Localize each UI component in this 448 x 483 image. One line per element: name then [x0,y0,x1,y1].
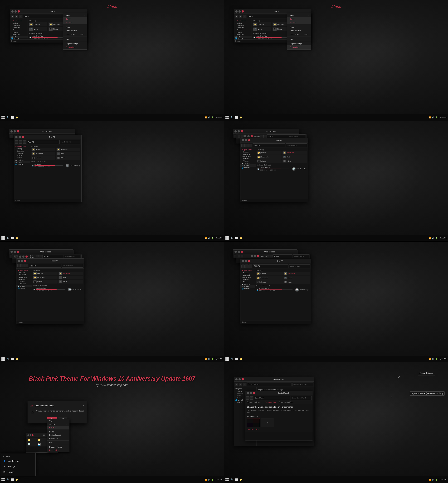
sidebar-themes-2[interactable]: └Themes [234,31,252,33]
sidebar-themes[interactable]: └Themes [10,31,28,33]
wc-qa-3[interactable]: ─ □ ✕ [10,130,19,132]
start-item-settings[interactable]: ⚙ Settings [0,464,35,469]
cm7-ps[interactable]: Paste shortcut [47,433,69,437]
menu-personalize-1[interactable]: Personalize [63,45,87,49]
ei-3[interactable]: 📁 [15,236,18,240]
cm7-disp[interactable]: Display settings [47,445,69,449]
sq3-net[interactable]: 🌐Network [14,164,30,166]
menu-sort-1[interactable]: Sort by› [63,17,87,21]
sidebar-network-2[interactable]: 🌐Network [234,38,252,39]
up-btn-2[interactable]: ↑ [243,15,246,18]
tab-search[interactable]: Search Control Panel [277,401,296,404]
menu-paste-1[interactable]: Paste [63,25,87,29]
menu-new-2[interactable]: New› [287,37,311,41]
tv-3[interactable]: ⬜ [11,236,14,240]
start-item-power[interactable]: ⏻ Power [0,469,35,475]
folder-music-2[interactable]: 🎵Music [253,27,271,31]
close-btn-2[interactable]: ✕ [242,10,244,13]
menu-view-2[interactable]: View› [287,14,311,17]
fi-desk-3[interactable]: 📁Desktop [31,148,56,151]
cm7-paste[interactable]: Paste [47,430,69,433]
sidebar-thispc[interactable]: 💻This PC [10,36,28,38]
sidebar-downloads-2[interactable]: └Downloads [234,24,252,27]
sidebar-quick-access[interactable]: ★ Quick access [10,20,28,22]
drive-c[interactable]: 💾 Local Disk (C:) 21.1 GB free of 29.5 G… [29,35,68,39]
wl-3[interactable] [1,236,5,240]
sidebar-thispc-2[interactable]: 💻This PC [234,36,252,38]
folder-desktop[interactable]: 📁 Desktop [29,22,47,26]
menu-sort-2[interactable]: Sort by› [287,17,311,21]
max-3[interactable]: □ [18,136,21,138]
fi-down-3[interactable]: 📁Downloads [56,148,80,151]
max-qa-3[interactable]: □ [14,130,16,132]
menu-paste-shortcut-2[interactable]: Paste shortcut [287,29,311,32]
cm7-undo[interactable]: Undo Move [47,437,69,440]
sq3-pc[interactable]: 💻This PC [14,161,30,164]
sq3-desk[interactable]: └Desktop [14,148,30,150]
theme-thumbnail[interactable] [247,418,260,427]
forward-btn-2[interactable]: › [239,15,242,18]
close-3[interactable]: ✕ [22,136,24,138]
up-3[interactable]: ↑ [23,140,26,144]
menu-paste-shortcut-1[interactable]: Paste shortcut [63,29,87,32]
cp-up[interactable]: ↑ [243,383,246,386]
cp-addr[interactable]: Control Panel [247,382,292,386]
cp-sidebar-system[interactable]: 🛡 System [234,388,256,390]
cm7-refresh[interactable]: Refresh [47,426,69,429]
sq3-them[interactable]: └Themes [14,157,30,159]
min-3[interactable]: ─ [15,136,17,138]
dialog-close-icon[interactable]: ✕ [82,405,84,407]
close-btn-1[interactable]: ✕ [18,10,20,13]
windows-logo-1[interactable] [1,116,5,119]
menu-refresh-1[interactable]: Refresh [63,21,87,24]
cp-fwd[interactable]: › [239,383,242,386]
cp-back[interactable]: ‹ [235,383,238,386]
explorer-icon-1[interactable]: 📁 [15,116,18,119]
menu-display-2[interactable]: Display settings [287,42,311,45]
back-3[interactable]: ‹ [15,140,18,144]
menu-paste-2[interactable]: Paste [287,25,311,29]
search-icon-tb1[interactable]: 🔍 [6,116,9,119]
sidebar-downloads[interactable]: └Downloads [10,24,28,27]
drive-c-2[interactable]: 💾 Local Disk (C:) 21.1 GB free of 29.5 G… [253,35,292,39]
fi-mus-3[interactable]: 🎵Music [56,152,80,156]
minimize-btn-1[interactable]: ─ [11,10,14,13]
maximize-btn-2[interactable]: □ [239,10,241,13]
cm7-new[interactable]: New› [47,441,69,444]
forward-btn-1[interactable]: › [15,15,18,18]
back-qa-3[interactable]: ‹ [10,135,13,138]
menu-refresh-2[interactable]: Refresh [287,21,311,24]
cleo-link[interactable]: Cleodesktop.com [247,428,311,430]
sq3-docs[interactable]: └Documents [14,152,30,154]
sq3-pics[interactable]: └Pictures [14,154,30,157]
wc-3[interactable]: ─ □ ✕ [15,136,24,138]
menu-personalize-2[interactable]: Personalize [287,45,311,49]
sidebar-pics-2[interactable]: └Pictures [234,29,252,31]
fi-docs-3[interactable]: 📁Documents [31,152,56,156]
cp-search[interactable]: Search Control Panel [292,382,313,386]
theme-thumbnail-2[interactable]: + [261,418,274,427]
close-qa-3[interactable]: ✕ [17,130,19,132]
min-qa-3[interactable]: ─ [10,130,13,132]
windows-logo-2[interactable] [225,116,229,119]
back-btn-1[interactable]: ‹ [11,15,14,18]
si-tb3[interactable]: 🔍 [6,236,9,240]
sidebar-docs[interactable]: └Documents [10,27,28,29]
taskview-icon-2[interactable]: ⬜ [235,116,238,119]
menu-view-1[interactable]: View› [63,14,87,17]
maximize-btn-1[interactable]: □ [15,10,17,13]
cm7-pers[interactable]: Personalize [47,449,69,452]
minimize-btn-2[interactable]: ─ [235,10,238,13]
address-bar-2[interactable]: This PC [247,15,288,18]
dc3[interactable]: 💾 Local Disk (C:) 21.1 GB free of 29.5 G… [31,163,64,168]
sidebar-onedrive[interactable]: ☁OneDrive [10,33,28,36]
menu-new-1[interactable]: New› [63,37,87,41]
fi-pic-3[interactable]: 🖼Pictures [31,156,56,160]
address-bar-1[interactable]: This PC [23,15,64,18]
tab-personalization[interactable]: Personalization [263,401,277,404]
menu-undo-2[interactable]: Undo MoveCtrl+Z [287,32,311,36]
cm7-view[interactable]: View› [47,419,69,423]
sidebar-docs-2[interactable]: └Documents [234,27,252,29]
menu-undo-1[interactable]: Undo MoveCtrl+Z [63,32,87,36]
search-3[interactable]: Search This PC [59,140,80,144]
